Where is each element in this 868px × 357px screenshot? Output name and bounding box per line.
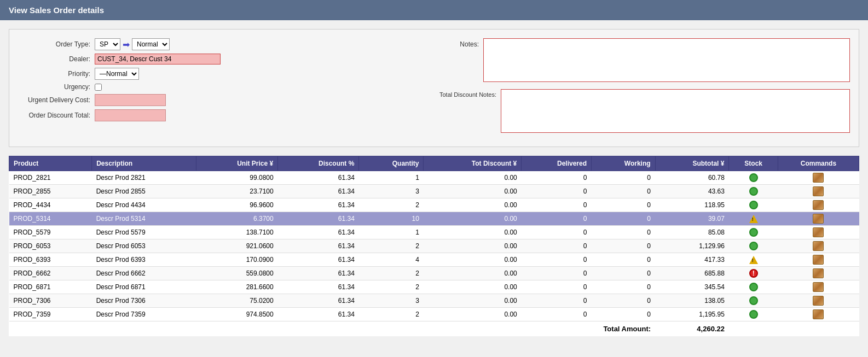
cell-commands[interactable] (778, 171, 859, 185)
priority-select[interactable]: —Normal (95, 68, 139, 80)
cell-stock (729, 171, 778, 185)
cell-unit-price: 921.0600 (196, 239, 277, 253)
table-row[interactable]: PROD_7306 Descr Prod 7306 75.0200 61.34 … (9, 294, 859, 308)
cell-commands[interactable] (778, 226, 859, 239)
form-section: Order Type: SP ➡ Normal Dealer: Priority… (9, 29, 859, 147)
arrow-icon: ➡ (123, 39, 130, 50)
cell-delivered: 0 (522, 212, 592, 226)
cell-discount: 61.34 (278, 253, 359, 267)
table-row[interactable]: PROD_5314 Descr Prod 5314 6.3700 61.34 1… (9, 212, 859, 226)
cell-delivered: 0 (522, 253, 592, 267)
order-discount-input[interactable] (95, 109, 166, 121)
col-subtotal: Subtotal ¥ (655, 156, 729, 171)
priority-row: Priority: —Normal (18, 68, 429, 80)
cell-unit-price: 75.0200 (196, 294, 277, 308)
command-icon[interactable] (813, 186, 824, 196)
cell-description: Descr Prod 4434 (92, 198, 196, 212)
normal-select[interactable]: Normal (132, 38, 170, 50)
table-row[interactable]: PROD_5579 Descr Prod 5579 138.7100 61.34… (9, 226, 859, 239)
cell-tot-discount: 0.00 (424, 198, 522, 212)
table-body: PROD_2821 Descr Prod 2821 99.0800 61.34 … (9, 171, 859, 321)
table-row[interactable]: PROD_6871 Descr Prod 6871 281.6600 61.34… (9, 280, 859, 294)
col-quantity: Quantity (359, 156, 424, 171)
table-row[interactable]: PROD_6393 Descr Prod 6393 170.0900 61.34… (9, 253, 859, 267)
cell-unit-price: 559.0800 (196, 267, 277, 280)
cell-delivered: 0 (522, 226, 592, 239)
cell-description: Descr Prod 6662 (92, 267, 196, 280)
table-row[interactable]: PROD_4434 Descr Prod 4434 96.9600 61.34 … (9, 198, 859, 212)
stock-yellow-icon: ! (749, 215, 758, 223)
cell-tot-discount: 0.00 (424, 226, 522, 239)
table-section: Product Description Unit Price ¥ Discoun… (9, 156, 859, 336)
cell-stock (729, 226, 778, 239)
col-discount: Discount % (278, 156, 359, 171)
cell-commands[interactable] (778, 185, 859, 198)
cell-stock (729, 198, 778, 212)
command-icon[interactable] (813, 241, 824, 251)
cell-discount: 61.34 (278, 171, 359, 185)
urgent-delivery-row: Urgent Delivery Cost: (18, 94, 429, 106)
cell-commands[interactable] (778, 308, 859, 321)
cell-discount: 61.34 (278, 185, 359, 198)
command-icon[interactable] (813, 255, 824, 265)
cell-delivered: 0 (522, 171, 592, 185)
cell-unit-price: 170.0900 (196, 253, 277, 267)
total-row: Total Amount: 4,260.22 (9, 321, 859, 337)
table-header-row: Product Description Unit Price ¥ Discoun… (9, 156, 859, 171)
cell-quantity: 2 (359, 198, 424, 212)
table-row[interactable]: PROD_6662 Descr Prod 6662 559.0800 61.34… (9, 267, 859, 280)
col-description: Description (92, 156, 196, 171)
order-type-select[interactable]: SP (95, 38, 120, 50)
cell-description: Descr Prod 7306 (92, 294, 196, 308)
cell-commands[interactable] (778, 212, 859, 226)
stock-red-icon: ! (749, 269, 758, 278)
table-row[interactable]: PROD_2855 Descr Prod 2855 23.7100 61.34 … (9, 185, 859, 198)
cell-working: 0 (592, 198, 656, 212)
table-row[interactable]: PROD_7359 Descr Prod 7359 974.8500 61.34… (9, 308, 859, 321)
cell-commands[interactable] (778, 280, 859, 294)
cell-delivered: 0 (522, 294, 592, 308)
cell-description: Descr Prod 6053 (92, 239, 196, 253)
col-working: Working (592, 156, 656, 171)
cell-commands[interactable] (778, 239, 859, 253)
discount-notes-textarea[interactable] (501, 89, 850, 133)
notes-textarea[interactable] (483, 38, 850, 82)
cell-discount: 61.34 (278, 294, 359, 308)
cell-product: PROD_6053 (9, 239, 92, 253)
cell-subtotal: 118.95 (655, 198, 729, 212)
priority-label: Priority: (18, 70, 95, 78)
cell-product: PROD_5314 (9, 212, 92, 226)
cell-commands[interactable] (778, 253, 859, 267)
dealer-input[interactable] (95, 54, 221, 65)
cell-working: 0 (592, 239, 656, 253)
urgency-checkbox[interactable] (95, 84, 102, 91)
stock-green-icon (749, 187, 758, 196)
command-icon[interactable] (813, 309, 824, 319)
command-icon[interactable] (813, 227, 824, 237)
command-icon[interactable] (813, 214, 824, 224)
cell-stock (729, 239, 778, 253)
col-stock: Stock (729, 156, 778, 171)
urgent-delivery-label: Urgent Delivery Cost: (18, 96, 95, 104)
cell-commands[interactable] (778, 267, 859, 280)
table-row[interactable]: PROD_6053 Descr Prod 6053 921.0600 61.34… (9, 239, 859, 253)
cell-subtotal: 60.78 (655, 171, 729, 185)
urgent-delivery-input[interactable] (95, 94, 166, 106)
cell-commands[interactable] (778, 294, 859, 308)
command-icon[interactable] (813, 268, 824, 278)
cell-quantity: 2 (359, 280, 424, 294)
command-icon[interactable] (813, 282, 824, 292)
cell-subtotal: 685.88 (655, 267, 729, 280)
table-row[interactable]: PROD_2821 Descr Prod 2821 99.0800 61.34 … (9, 171, 859, 185)
stock-green-icon (749, 228, 758, 237)
urgency-row: Urgency: (18, 83, 429, 91)
cell-product: PROD_7306 (9, 294, 92, 308)
cell-stock: ! (729, 253, 778, 267)
command-icon[interactable] (813, 200, 824, 210)
cell-commands[interactable] (778, 198, 859, 212)
cell-delivered: 0 (522, 267, 592, 280)
notes-content (483, 38, 850, 84)
command-icon[interactable] (813, 173, 824, 183)
command-icon[interactable] (813, 296, 824, 306)
stock-green-icon (749, 201, 758, 209)
